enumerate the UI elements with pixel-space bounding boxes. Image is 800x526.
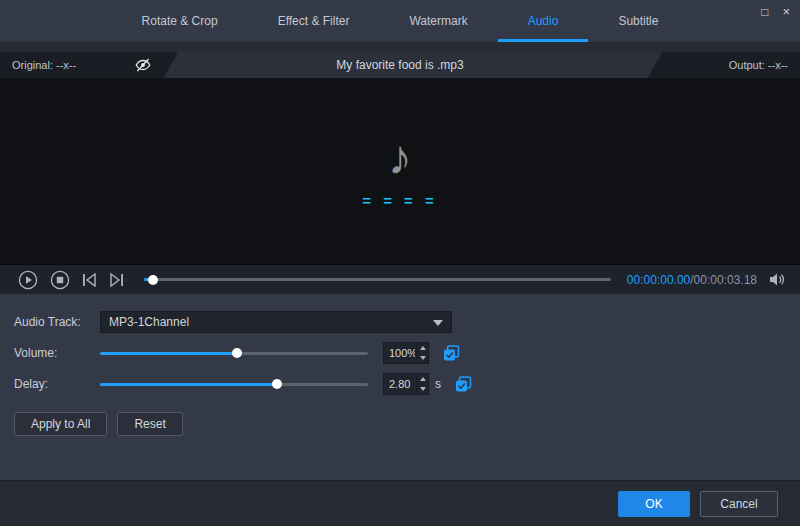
audio-track-value: MP3-1Channel xyxy=(109,315,189,329)
player-bar: 00:00:00.00/00:00:03.18 xyxy=(0,264,800,294)
delay-spinner xyxy=(416,374,428,394)
volume-spin-up[interactable] xyxy=(417,343,428,353)
info-bar: My favorite food is .mp3 Original: --x--… xyxy=(0,52,800,78)
output-resolution-label: Output: --x-- xyxy=(729,59,788,71)
tab-audio[interactable]: Audio xyxy=(498,0,589,42)
volume-slider-fill xyxy=(100,352,237,355)
volume-slider-handle[interactable] xyxy=(232,348,242,358)
time-total: 00:00:03.18 xyxy=(694,273,757,287)
delay-spin-up[interactable] xyxy=(417,374,428,384)
volume-row: Volume: xyxy=(14,341,800,365)
audio-settings-panel: Audio Track: MP3-1Channel Volume: xyxy=(0,294,800,480)
audio-settings-window: Rotate & Crop Effect & Filter Watermark … xyxy=(0,0,800,526)
next-frame-button[interactable] xyxy=(109,273,124,287)
tabbar-spacer xyxy=(0,42,800,52)
output-resolution-segment: Output: --x-- xyxy=(648,52,800,78)
close-icon[interactable]: × xyxy=(782,4,790,20)
delay-slider-handle[interactable] xyxy=(272,379,282,389)
tab-watermark[interactable]: Watermark xyxy=(379,0,497,42)
tab-rotate-crop[interactable]: Rotate & Crop xyxy=(112,0,248,42)
apply-to-all-button[interactable]: Apply to All xyxy=(14,412,107,436)
music-note-icon: ♪ xyxy=(388,134,412,182)
maximize-icon[interactable]: □ xyxy=(761,4,768,20)
tab-subtitle[interactable]: Subtitle xyxy=(588,0,688,42)
original-resolution-segment: Original: --x-- xyxy=(0,52,178,78)
chevron-down-icon xyxy=(433,320,443,326)
tab-bar: Rotate & Crop Effect & Filter Watermark … xyxy=(0,0,800,42)
time-current: 00:00:00.00 xyxy=(627,273,690,287)
volume-field xyxy=(383,342,429,364)
footer-bar: OK Cancel xyxy=(0,480,800,526)
stop-button[interactable] xyxy=(50,270,70,290)
volume-mute-icon[interactable] xyxy=(769,272,786,287)
window-controls: □ × xyxy=(761,4,790,20)
volume-spin-down[interactable] xyxy=(417,353,428,363)
delay-apply-to-all-icon[interactable] xyxy=(455,376,472,393)
delay-row: Delay: s xyxy=(14,372,800,396)
cancel-button[interactable]: Cancel xyxy=(700,491,778,517)
delay-field xyxy=(383,373,429,395)
delay-label: Delay: xyxy=(14,377,100,391)
ok-button[interactable]: OK xyxy=(618,491,690,517)
delay-slider-fill xyxy=(100,383,277,386)
previous-frame-button[interactable] xyxy=(82,273,97,287)
eye-off-icon[interactable] xyxy=(134,56,152,76)
delay-slider[interactable] xyxy=(100,383,368,386)
preview-area: ♪ = = = = xyxy=(0,78,800,264)
timecode: 00:00:00.00/00:00:03.18 xyxy=(627,273,757,287)
loading-dashes: = = = = xyxy=(362,192,438,209)
tab-effect-filter[interactable]: Effect & Filter xyxy=(248,0,380,42)
volume-label: Volume: xyxy=(14,346,100,360)
volume-slider[interactable] xyxy=(100,352,368,355)
panel-buttons-row: Apply to All Reset xyxy=(14,412,800,436)
volume-apply-to-all-icon[interactable] xyxy=(443,345,460,362)
play-button[interactable] xyxy=(18,270,38,290)
playback-progress-slider[interactable] xyxy=(144,278,611,281)
audio-track-dropdown[interactable]: MP3-1Channel xyxy=(100,311,452,333)
original-resolution-label: Original: --x-- xyxy=(12,59,76,71)
playback-progress-handle[interactable] xyxy=(148,275,158,285)
volume-spinner xyxy=(416,343,428,363)
audio-track-row: Audio Track: MP3-1Channel xyxy=(14,310,800,334)
audio-track-label: Audio Track: xyxy=(14,315,100,329)
reset-button[interactable]: Reset xyxy=(117,412,182,436)
delay-spin-down[interactable] xyxy=(417,384,428,394)
delay-unit: s xyxy=(435,377,441,391)
tabs-nav: Rotate & Crop Effect & Filter Watermark … xyxy=(112,0,689,42)
